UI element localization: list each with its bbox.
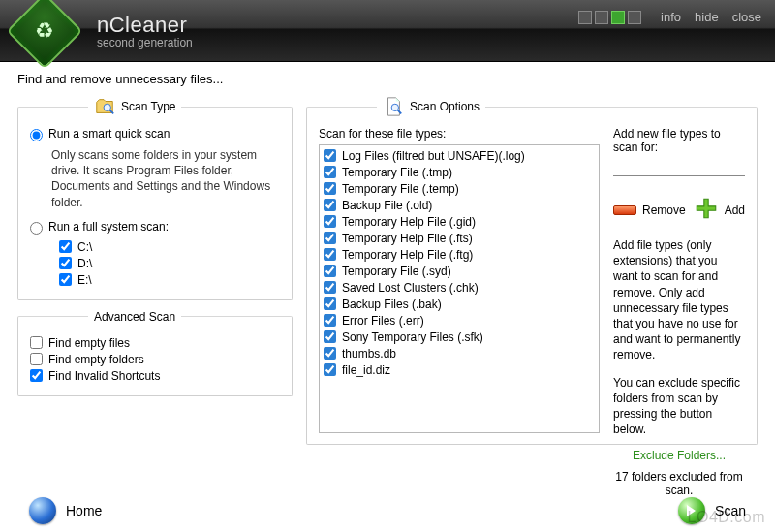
quick-scan-desc: Only scans some folders in your system d… — [51, 147, 280, 210]
file-types-label: Scan for these file types: — [319, 127, 600, 141]
home-sphere-icon — [29, 497, 56, 524]
advanced-option-label: Find empty files — [48, 336, 130, 350]
file-type-item[interactable]: Temporary File (.tmp) — [322, 164, 597, 180]
file-type-item[interactable]: Error Files (.err) — [322, 312, 597, 329]
svg-point-0 — [104, 104, 110, 110]
advanced-scan-legend: Advanced Scan — [94, 310, 175, 324]
info-link[interactable]: info — [661, 10, 681, 24]
drive-checkbox-row: C:\ — [59, 240, 280, 254]
page-intro: Find and remove unnecessary files... — [0, 62, 775, 86]
file-type-checkbox[interactable] — [324, 232, 336, 244]
file-type-item[interactable]: Saved Lost Clusters (.chk) — [322, 279, 597, 296]
search-folder-icon — [94, 96, 115, 117]
file-type-checkbox[interactable] — [324, 215, 336, 228]
file-type-checkbox[interactable] — [324, 182, 336, 195]
advanced-option-row: Find Invalid Shortcuts — [30, 369, 280, 383]
file-type-label: Sony Temporary Files (.sfk) — [342, 330, 483, 344]
file-type-label: Backup Files (.bak) — [342, 297, 442, 311]
drive-checkbox[interactable] — [59, 257, 72, 269]
drive-label: E:\ — [78, 273, 92, 287]
advanced-option-checkbox[interactable] — [30, 353, 43, 365]
drive-checkbox[interactable] — [59, 273, 72, 286]
file-type-label: Backup File (.old) — [342, 199, 432, 212]
scan-options-group: Scan Options Scan for these file types: … — [306, 96, 758, 445]
drive-checkbox-row: E:\ — [59, 273, 280, 287]
exclude-folders-link[interactable]: Exclude Folders... — [613, 449, 745, 462]
advanced-option-label: Find Invalid Shortcuts — [48, 369, 160, 383]
add-help-text: Add file types (only extensions) that yo… — [613, 237, 745, 363]
drive-label: C:\ — [78, 240, 92, 254]
add-button[interactable]: Add — [694, 196, 745, 224]
scan-type-legend: Scan Type — [121, 100, 175, 113]
file-type-label: file_id.diz — [342, 363, 390, 377]
close-link[interactable]: close — [732, 10, 761, 24]
file-type-label: Saved Lost Clusters (.chk) — [342, 281, 479, 295]
file-type-checkbox[interactable] — [324, 347, 336, 360]
recycle-icon: ♻ — [35, 18, 54, 44]
brand-squares-icon — [578, 11, 641, 24]
file-type-checkbox[interactable] — [324, 248, 336, 261]
file-type-item[interactable]: Temporary File (.temp) — [322, 180, 597, 197]
file-type-item[interactable]: Temporary Help File (.gid) — [322, 213, 597, 230]
file-type-label: Temporary File (.syd) — [342, 265, 451, 278]
file-type-checkbox[interactable] — [324, 149, 336, 162]
file-types-list[interactable]: Log Files (filtred but UNSAFE)(.log)Temp… — [319, 144, 600, 433]
advanced-option-checkbox[interactable] — [30, 336, 43, 349]
scan-type-group: Scan Type Run a smart quick scan Only sc… — [17, 96, 293, 300]
file-type-label: Temporary Help File (.gid) — [342, 215, 476, 229]
full-scan-label[interactable]: Run a full system scan: — [48, 220, 169, 234]
drive-label: D:\ — [78, 257, 92, 270]
scan-button[interactable]: Scan — [678, 497, 746, 524]
exclude-help-text: You can exclude specific folders from sc… — [613, 375, 745, 438]
file-type-checkbox[interactable] — [324, 199, 336, 211]
drive-checkbox[interactable] — [59, 240, 72, 253]
add-extension-input[interactable] — [613, 158, 745, 176]
advanced-option-row: Find empty folders — [30, 353, 280, 366]
file-type-checkbox[interactable] — [324, 166, 336, 178]
file-type-item[interactable]: thumbs.db — [322, 345, 597, 361]
app-title: nCleaner — [97, 13, 193, 38]
file-type-label: Temporary File (.tmp) — [342, 166, 452, 179]
app-titling: nCleaner second generation — [97, 13, 193, 49]
drive-checkbox-row: D:\ — [59, 257, 280, 270]
hide-link[interactable]: hide — [695, 10, 719, 24]
full-scan-radio[interactable] — [30, 222, 43, 235]
advanced-option-label: Find empty folders — [48, 353, 144, 366]
app-logo: ♻ — [6, 0, 82, 69]
app-subtitle: second generation — [97, 36, 193, 49]
excluded-count: 17 folders excluded from scan. — [613, 470, 745, 497]
file-type-label: Temporary Help File (.fts) — [342, 232, 473, 245]
advanced-option-row: Find empty files — [30, 336, 280, 350]
file-type-checkbox[interactable] — [324, 363, 336, 376]
remove-button[interactable]: Remove — [613, 196, 686, 224]
file-type-label: Temporary File (.temp) — [342, 182, 459, 196]
add-extension-label: Add new file types to scan for: — [613, 127, 745, 154]
file-type-item[interactable]: Backup Files (.bak) — [322, 296, 597, 312]
file-type-checkbox[interactable] — [324, 314, 336, 327]
file-type-item[interactable]: Temporary Help File (.ftg) — [322, 246, 597, 263]
search-document-icon — [383, 96, 404, 117]
file-type-item[interactable]: Log Files (filtred but UNSAFE)(.log) — [322, 147, 597, 164]
file-type-label: thumbs.db — [342, 347, 396, 360]
file-type-item[interactable]: Backup File (.old) — [322, 197, 597, 213]
minus-icon — [613, 205, 636, 215]
play-sphere-icon — [678, 497, 705, 524]
file-type-item[interactable]: file_id.diz — [322, 361, 597, 378]
home-button[interactable]: Home — [29, 497, 102, 524]
file-type-item[interactable]: Temporary File (.syd) — [322, 263, 597, 279]
quick-scan-radio[interactable] — [30, 129, 43, 141]
svg-point-2 — [391, 104, 398, 110]
plus-icon — [694, 196, 719, 224]
file-type-label: Temporary Help File (.ftg) — [342, 248, 473, 262]
advanced-scan-group: Advanced Scan Find empty filesFind empty… — [17, 310, 293, 396]
file-type-item[interactable]: Sony Temporary Files (.sfk) — [322, 329, 597, 345]
file-type-checkbox[interactable] — [324, 265, 336, 277]
quick-scan-label[interactable]: Run a smart quick scan — [48, 127, 170, 141]
file-type-item[interactable]: Temporary Help File (.fts) — [322, 230, 597, 246]
file-type-checkbox[interactable] — [324, 330, 336, 343]
app-header: ♻ nCleaner second generation info hide c… — [0, 0, 775, 62]
advanced-option-checkbox[interactable] — [30, 369, 43, 382]
file-type-checkbox[interactable] — [324, 281, 336, 294]
file-type-checkbox[interactable] — [324, 297, 336, 310]
scan-options-legend: Scan Options — [410, 100, 480, 113]
